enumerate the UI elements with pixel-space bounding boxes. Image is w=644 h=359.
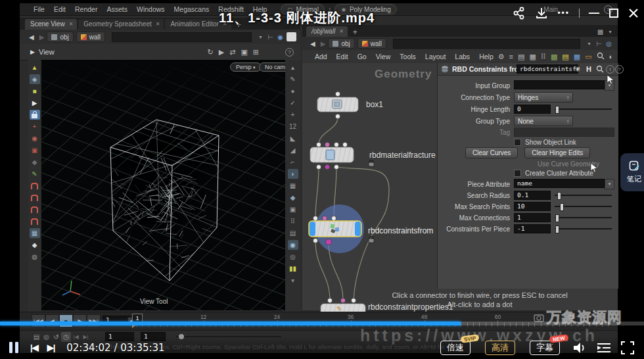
sticky-note-icon[interactable]: ▤: [562, 53, 568, 61]
menubar-item-render[interactable]: Render: [70, 5, 102, 13]
minimize-icon[interactable]: —: [589, 7, 599, 19]
info-circle-icon[interactable]: ◎: [288, 252, 298, 262]
clear-curves-button[interactable]: Clear Curves: [465, 147, 518, 158]
connection-type-menu[interactable]: Hinges ↕: [514, 92, 573, 103]
display-bars-icon[interactable]: ▮▮: [288, 264, 298, 274]
close-tab-icon[interactable]: ✕: [339, 28, 344, 34]
max-search-points-field[interactable]: 10: [514, 202, 551, 211]
list-view-icon[interactable]: ▤: [518, 53, 524, 61]
node-box1[interactable]: box1: [317, 91, 383, 118]
download-icon[interactable]: [535, 7, 548, 20]
follow-icon[interactable]: ◉: [275, 32, 285, 42]
path-node-chip[interactable]: wall: [357, 38, 386, 49]
maximize-icon[interactable]: [609, 8, 619, 18]
path-input[interactable]: [112, 32, 252, 42]
input-group-field[interactable]: ▾: [514, 80, 614, 91]
playback-speed-button[interactable]: 倍速 SVIP: [440, 341, 471, 355]
fullscreen-icon[interactable]: [620, 341, 635, 355]
projection-selector[interactable]: Persp ▾: [230, 62, 262, 72]
quality-button[interactable]: 高清: [485, 341, 515, 355]
point-tool-icon[interactable]: ●: [288, 86, 298, 96]
snap-mode-icon[interactable]: ▴: [288, 62, 298, 72]
pane-dropdown-icon[interactable]: ▾: [605, 27, 615, 37]
frame-count-icon[interactable]: 12: [288, 122, 298, 132]
video-progress-bar[interactable]: [0, 322, 644, 325]
viewport-tool-icon-1[interactable]: ▶: [219, 48, 224, 57]
ruler-icon[interactable]: ⌐: [288, 157, 298, 167]
notes-widget[interactable]: 笔记: [620, 153, 644, 191]
show-object-link-checkbox[interactable]: [514, 139, 521, 146]
tab-scene-view[interactable]: Scene View ✕: [25, 19, 77, 30]
network-menu-item-go[interactable]: Go: [353, 53, 371, 60]
material-icon[interactable]: ◆: [288, 193, 298, 203]
network-menu-item-add[interactable]: Add: [310, 53, 332, 60]
magnet-volume-icon[interactable]: [30, 216, 40, 226]
magnet-points-icon[interactable]: [30, 204, 40, 214]
display-template-icon[interactable]: ■: [30, 86, 40, 96]
character-pad-icon[interactable]: ▦: [30, 228, 40, 238]
menubar-item-edit[interactable]: Edit: [49, 5, 70, 13]
menubar-item-megascans[interactable]: Megascans: [170, 5, 214, 13]
stop-button[interactable]: ■: [59, 314, 73, 327]
color-palette-icon[interactable]: ▩: [551, 53, 557, 61]
scene-viewport[interactable]: View Tool: [41, 60, 285, 310]
node-rbdconstraintproperties[interactable]: ✎: [321, 298, 365, 312]
snapshot-button[interactable]: [287, 32, 296, 41]
magnet-metaball-icon[interactable]: [30, 181, 40, 191]
menubar-item-assets[interactable]: Assets: [102, 5, 132, 13]
validate-icon[interactable]: ✓: [288, 98, 298, 108]
path-input[interactable]: [393, 39, 580, 49]
gear-menu-icon[interactable]: ✳: [574, 65, 580, 74]
pause-button[interactable]: [9, 342, 18, 353]
search-radius-slider[interactable]: [555, 191, 614, 200]
tab-geometry-spreadsheet[interactable]: Geometry Spreadsheet ✕: [78, 19, 164, 30]
prev-frame-button[interactable]: ◀: [45, 314, 59, 327]
path-context-chip[interactable]: obj: [47, 32, 73, 42]
max-connections-field[interactable]: 1: [514, 213, 551, 222]
close-tab-icon[interactable]: ✕: [156, 21, 160, 27]
forward-button[interactable]: ▶: [318, 40, 329, 47]
more-options-icon[interactable]: •••: [557, 9, 570, 18]
forward-button[interactable]: ▶: [37, 34, 47, 41]
clear-hinge-edits-button[interactable]: Clear Hinge Edits: [524, 147, 590, 158]
menubar-item-file[interactable]: File: [29, 5, 49, 13]
volume-icon[interactable]: [572, 341, 587, 355]
path-dropdown-icon[interactable]: ▾: [584, 39, 594, 49]
wireframe-icon[interactable]: ▦: [288, 181, 298, 191]
path-context-chip[interactable]: obj: [328, 38, 354, 49]
secure-selection-lock-icon[interactable]: [30, 110, 40, 120]
viewport-tool-icon-2[interactable]: ⇄: [229, 48, 235, 57]
corner-b-icon[interactable]: ◢: [288, 145, 298, 155]
network-menu-item-labs[interactable]: Labs: [450, 53, 474, 60]
disc-tool-icon[interactable]: ◍: [30, 252, 40, 262]
magnet-curve-icon[interactable]: [30, 193, 40, 203]
menubar-item-windows[interactable]: Windows: [132, 5, 170, 13]
edit-tool-icon[interactable]: ✎: [288, 74, 298, 84]
playlist-icon[interactable]: [595, 341, 612, 355]
prev-video-button[interactable]: |◀: [30, 343, 38, 352]
close-icon[interactable]: [628, 8, 639, 18]
group-type-menu[interactable]: None ↕: [514, 116, 573, 126]
constraints-per-piece-slider[interactable]: [555, 224, 614, 233]
path-dropdown-icon[interactable]: ▾: [256, 32, 265, 42]
viewport-tool-icon-0[interactable]: ↻: [207, 48, 213, 57]
viewport-tool-icon-3[interactable]: ▣: [241, 48, 247, 57]
pane-grid-icon[interactable]: ▩: [595, 27, 605, 37]
corner-a-icon[interactable]: ◣: [288, 133, 298, 143]
grid-view-icon[interactable]: ▦: [529, 53, 536, 61]
back-button[interactable]: ◀: [308, 40, 318, 47]
hinge-length-field[interactable]: 0: [514, 105, 551, 114]
viewport-help-icon[interactable]: ?: [285, 48, 294, 57]
pose-tool-icon[interactable]: ◉: [30, 133, 40, 143]
new-tab-button[interactable]: +: [349, 28, 361, 37]
target-icon[interactable]: ◎: [604, 39, 614, 49]
shade-mode-icon[interactable]: ◗: [288, 169, 298, 179]
subtitle-button[interactable]: 字幕 NEW: [530, 341, 560, 355]
param-help-icon[interactable]: ?: [615, 65, 624, 74]
search-icon[interactable]: [597, 52, 605, 61]
viewport-tool-icon-4[interactable]: ⊞: [253, 48, 259, 57]
info-icon[interactable]: i: [606, 65, 614, 74]
hinge-length-slider[interactable]: [555, 105, 614, 114]
dots-icon[interactable]: ⠿: [288, 216, 298, 226]
share-icon[interactable]: [513, 7, 526, 20]
